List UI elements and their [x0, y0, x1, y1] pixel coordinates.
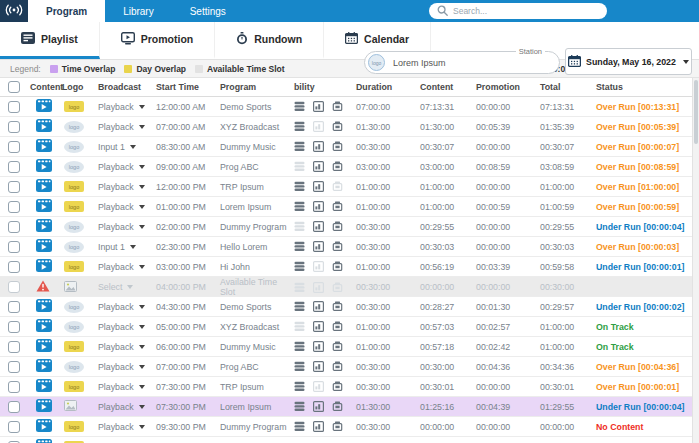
broadcast-dropdown[interactable]: Playback [98, 302, 156, 312]
promotion-icon [121, 32, 135, 47]
scrollbar-thumb[interactable] [694, 80, 698, 144]
duration-value: 01:00:00 [356, 202, 420, 212]
availability-icons [294, 381, 356, 392]
broadcast-value: Playback [98, 402, 134, 412]
scrollbar[interactable] [692, 78, 699, 443]
broadcast-dropdown[interactable]: Playback [98, 202, 156, 212]
broadcast-dropdown[interactable]: Playback [98, 382, 156, 392]
logo-badge: logo [64, 101, 84, 112]
availability-icons [294, 161, 356, 172]
row-checkbox[interactable] [8, 101, 20, 113]
row-checkbox[interactable] [8, 181, 20, 193]
date-picker[interactable]: Sunday, May 16, 2022 [565, 48, 692, 75]
broadcast-dropdown[interactable]: Playback [98, 422, 156, 432]
nav-tab-library[interactable]: Library [105, 0, 172, 22]
logo-availability-icon [313, 181, 324, 192]
promo-availability-icon [332, 321, 343, 332]
row-checkbox[interactable] [8, 361, 20, 373]
broadcast-dropdown[interactable]: Playback [98, 182, 156, 192]
broadcast-dropdown[interactable]: Playback [98, 102, 156, 112]
table-row: Playback07:30:00 PMLorem Ipsum01:30:0001… [0, 397, 699, 417]
broadcast-dropdown[interactable]: Input 1 [98, 142, 156, 152]
program-name: TRP Ipsum [220, 382, 294, 392]
availability-icons [294, 201, 356, 212]
start-time: 02:00:00 PM [156, 222, 220, 232]
brand-logo[interactable] [0, 0, 28, 22]
broadcast-value: Playback [98, 382, 134, 392]
tab-playlist[interactable]: Playlist [0, 22, 100, 59]
logo-availability-icon [313, 161, 324, 172]
row-checkbox[interactable] [8, 341, 20, 353]
promo-availability-icon [332, 261, 343, 272]
content-time: 07:13:31 [420, 102, 476, 112]
station-field[interactable]: Station logo Lorem Ipsum [364, 51, 560, 74]
total-time: 07:13:31 [540, 102, 596, 112]
search-icon [437, 2, 448, 20]
start-time: 08:30:00 AM [156, 142, 220, 152]
image-icon [64, 281, 77, 294]
row-checkbox[interactable] [8, 281, 20, 293]
broadcast-value: Playback [98, 362, 134, 372]
content-time: 00:00:00 [420, 282, 476, 292]
logo-badge: logo [64, 241, 84, 253]
nav-tab-program[interactable]: Program [28, 0, 105, 22]
total-time: 00:30:00 [540, 282, 596, 292]
broadcast-dropdown[interactable]: Playback [98, 122, 156, 132]
table-row: logoPlayback07:00:00 PMProg ABC00:30:000… [0, 357, 699, 377]
broadcast-dropdown[interactable]: Playback [98, 262, 156, 272]
start-time: 12:00:00 PM [156, 182, 220, 192]
content-time: 00:00:00 [420, 422, 476, 432]
broadcast-dropdown[interactable]: Playback [98, 322, 156, 332]
available-slot-swatch [195, 65, 203, 73]
search-box[interactable] [429, 3, 607, 19]
status-badge: Under Run [00:00:02] [596, 302, 699, 312]
content-icon [36, 99, 52, 114]
row-checkbox[interactable] [8, 121, 20, 133]
content-availability-icon [294, 282, 305, 293]
row-checkbox[interactable] [8, 301, 20, 313]
promotion-time: 00:00:00 [476, 282, 540, 292]
broadcast-dropdown[interactable]: Playback [98, 342, 156, 352]
row-checkbox[interactable] [8, 201, 20, 213]
duration-value: 00:30:00 [356, 142, 420, 152]
duration-value: 00:30:00 [356, 282, 420, 292]
broadcast-dropdown[interactable]: Playback [98, 402, 156, 412]
logo-badge: logo [64, 421, 84, 432]
day-overlap-label: Day Overlap [136, 64, 186, 74]
status-badge: Over Run [00:00:59] [596, 202, 699, 212]
availability-icons [294, 282, 356, 293]
logo-availability-icon [313, 421, 324, 432]
broadcast-dropdown[interactable]: Playback [98, 162, 156, 172]
row-checkbox[interactable] [8, 161, 20, 173]
content-time: 03:00:00 [420, 162, 476, 172]
program-name: Lorem Ipsum [220, 202, 294, 212]
promotion-time: 00:00:00 [476, 182, 540, 192]
duration-value: 01:00:00 [356, 322, 420, 332]
tab-promotion[interactable]: Promotion [100, 22, 216, 59]
row-checkbox[interactable] [8, 221, 20, 233]
select-all-checkbox[interactable] [8, 81, 20, 93]
content-availability-icon [294, 341, 305, 352]
broadcast-dropdown[interactable]: Playback [98, 222, 156, 232]
promotion-time: 00:04:39 [476, 402, 540, 412]
content-time: 00:29:55 [420, 222, 476, 232]
total-time: 00:34:36 [540, 362, 596, 372]
start-time: 04:00:00 PM [156, 282, 220, 292]
search-input[interactable] [453, 6, 599, 16]
top-nav: Program Library Settings [0, 0, 699, 22]
content-availability-icon [294, 181, 305, 192]
nav-tab-settings[interactable]: Settings [172, 0, 244, 22]
tab-rundown[interactable]: Rundown [215, 22, 324, 59]
promo-availability-icon [332, 421, 343, 432]
row-checkbox[interactable] [8, 321, 20, 333]
broadcast-dropdown[interactable]: Input 1 [98, 242, 156, 252]
row-checkbox[interactable] [8, 141, 20, 153]
chevron-down-icon [127, 285, 133, 289]
row-checkbox[interactable] [8, 381, 20, 393]
row-checkbox[interactable] [8, 261, 20, 273]
row-checkbox[interactable] [8, 401, 20, 413]
broadcast-dropdown[interactable]: Playback [98, 362, 156, 372]
logo-availability-icon [313, 141, 324, 152]
row-checkbox[interactable] [8, 421, 20, 433]
row-checkbox[interactable] [8, 241, 20, 253]
